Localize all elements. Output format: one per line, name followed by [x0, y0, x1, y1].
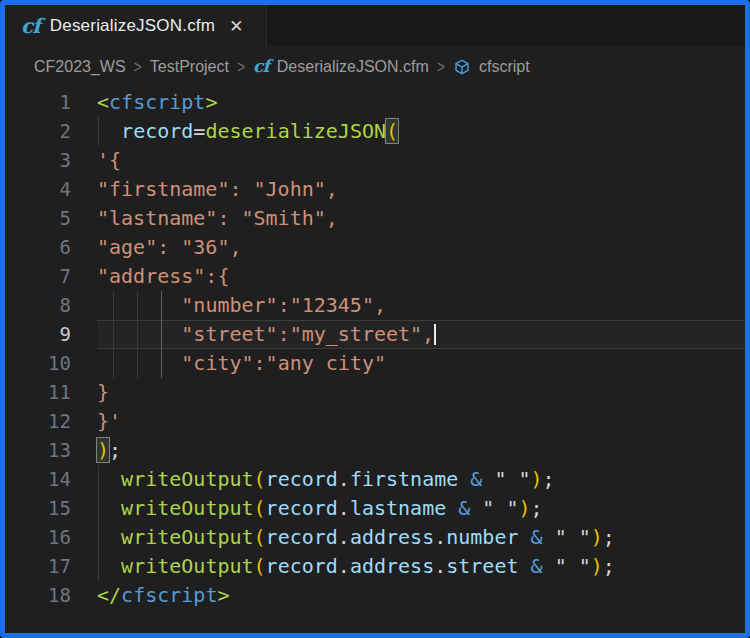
code-token: writeOutput	[121, 467, 253, 491]
line-number[interactable]: 1	[5, 88, 97, 117]
cfml-file-icon: cf	[21, 16, 40, 36]
code-token: )	[591, 525, 603, 549]
code-line: 14 writeOutput(record.firstname & " ");	[5, 465, 745, 494]
code-token: "street":"my_street",	[181, 322, 434, 346]
code-line-content[interactable]: <cfscript>	[97, 88, 745, 117]
code-token: number	[446, 525, 518, 549]
indent-guide	[98, 494, 99, 523]
code-line: 1<cfscript>	[5, 88, 745, 117]
code-token: cfscript	[109, 90, 205, 114]
code-line: 3'{	[5, 146, 745, 175]
code-token: record	[266, 496, 338, 520]
code-token: =	[193, 119, 205, 143]
code-line-content[interactable]: writeOutput(record.firstname & " ");	[97, 465, 745, 494]
code-token: </	[97, 583, 121, 607]
code-line: 2 record=deserializeJSON(	[5, 117, 745, 146]
line-number[interactable]: 16	[5, 523, 97, 552]
code-line: 4"firstname": "John",	[5, 175, 745, 204]
line-number[interactable]: 18	[5, 581, 97, 610]
vscode-editor-window: cf DeserializeJSON.cfm ✕ CF2023_WS > Tes…	[0, 0, 750, 638]
line-number[interactable]: 10	[5, 349, 97, 378]
line-number[interactable]: 11	[5, 378, 97, 407]
code-line: 6"age": "36",	[5, 233, 745, 262]
code-line-content[interactable]: "number":"12345",	[97, 291, 745, 320]
code-token: "city":"any city"	[181, 351, 386, 375]
chevron-right-icon: >	[134, 56, 142, 77]
code-token: (	[254, 496, 266, 520]
code-token	[97, 554, 121, 578]
code-line-content[interactable]: writeOutput(record.address.street & " ")…	[97, 552, 745, 581]
code-token: lastname	[350, 496, 446, 520]
code-line-content[interactable]: );	[97, 436, 745, 465]
code-line: 9 "street":"my_street",	[5, 320, 745, 349]
line-number[interactable]: 8	[5, 291, 97, 320]
indent-guide	[113, 349, 114, 378]
line-number[interactable]: 14	[5, 465, 97, 494]
symbol-cube-icon	[453, 58, 471, 76]
code-line-content[interactable]: writeOutput(record.address.number & " ")…	[97, 523, 745, 552]
code-line: 8 "number":"12345",	[5, 291, 745, 320]
code-token: (	[254, 467, 266, 491]
code-line-content[interactable]: "age": "36",	[97, 233, 745, 262]
code-token: "age": "36",	[97, 235, 242, 259]
breadcrumb-item-symbol-cfscript[interactable]: cfscript	[479, 58, 530, 76]
code-token	[446, 496, 458, 520]
breadcrumb-item-file[interactable]: DeserializeJSON.cfm	[277, 58, 429, 76]
indent-guide	[98, 552, 99, 581]
code-token: "number":"12345",	[181, 293, 386, 317]
code-line-content[interactable]: "firstname": "John",	[97, 175, 745, 204]
code-line-content[interactable]: writeOutput(record.lastname & " ");	[97, 494, 745, 523]
code-token	[458, 467, 470, 491]
code-token: deserializeJSON	[205, 119, 386, 143]
line-number[interactable]: 13	[5, 436, 97, 465]
breadcrumb-item-workspace[interactable]: CF2023_WS	[34, 58, 126, 76]
code-token: .	[434, 525, 446, 549]
line-number[interactable]: 6	[5, 233, 97, 262]
line-number[interactable]: 3	[5, 146, 97, 175]
code-editor[interactable]: 1<cfscript>2 record=deserializeJSON(3'{4…	[5, 86, 745, 633]
code-token: '{	[97, 148, 121, 172]
code-line: 13);	[5, 436, 745, 465]
code-token	[97, 496, 121, 520]
code-token	[97, 293, 181, 317]
indent-guide	[137, 291, 138, 320]
code-line-content[interactable]: '{	[97, 146, 745, 175]
code-token: &	[531, 525, 543, 549]
code-line-content[interactable]: "lastname": "Smith",	[97, 204, 745, 233]
code-token: record	[121, 119, 193, 143]
code-token: " "	[494, 467, 530, 491]
breadcrumb: CF2023_WS > TestProject > cf Deserialize…	[5, 47, 745, 86]
code-line-content[interactable]: "city":"any city"	[97, 349, 745, 378]
code-line-content[interactable]: record=deserializeJSON(	[97, 117, 745, 146]
line-number[interactable]: 12	[5, 407, 97, 436]
code-token: )	[531, 467, 543, 491]
indent-guide	[113, 291, 114, 320]
code-token	[518, 525, 530, 549]
line-number[interactable]: 9	[5, 320, 97, 349]
code-line-content[interactable]: }'	[97, 407, 745, 436]
line-number[interactable]: 7	[5, 262, 97, 291]
line-number[interactable]: 4	[5, 175, 97, 204]
line-number[interactable]: 15	[5, 494, 97, 523]
tab-close-icon[interactable]: ✕	[229, 18, 243, 35]
code-token: address	[350, 525, 434, 549]
code-token: )	[97, 438, 109, 462]
indent-guide	[113, 320, 114, 349]
tab-deserializejson[interactable]: cf DeserializeJSON.cfm ✕	[5, 5, 267, 47]
chevron-right-icon: >	[237, 56, 245, 77]
breadcrumb-item-project[interactable]: TestProject	[150, 58, 229, 76]
code-token	[543, 525, 555, 549]
line-number[interactable]: 2	[5, 117, 97, 146]
code-line-content[interactable]: "address":{	[97, 262, 745, 291]
code-token: "lastname": "Smith",	[97, 206, 338, 230]
code-token: (	[254, 525, 266, 549]
code-line-content[interactable]: "street":"my_street",	[97, 320, 745, 349]
indent-guide	[161, 291, 162, 320]
code-token: record	[266, 525, 338, 549]
code-line-content[interactable]: </cfscript>	[97, 581, 745, 610]
line-number[interactable]: 5	[5, 204, 97, 233]
code-token: writeOutput	[121, 525, 253, 549]
code-line-content[interactable]: }	[97, 378, 745, 407]
line-number[interactable]: 17	[5, 552, 97, 581]
code-token: >	[217, 583, 229, 607]
